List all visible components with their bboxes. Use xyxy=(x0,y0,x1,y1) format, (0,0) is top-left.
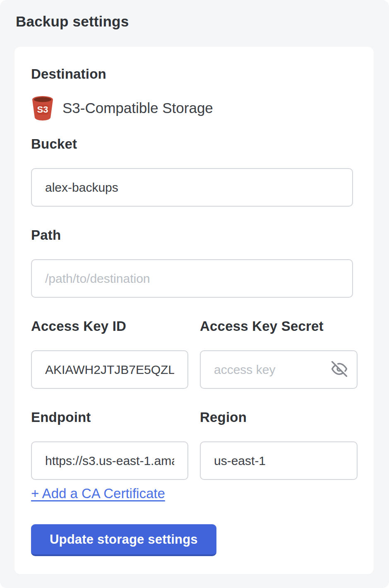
update-storage-settings-button[interactable]: Update storage settings xyxy=(31,524,216,556)
destination-row: S3 S3-Compatible Storage xyxy=(31,96,358,120)
endpoint-input[interactable] xyxy=(31,441,188,480)
toggle-secret-visibility-button[interactable] xyxy=(330,361,348,379)
ca-certificate-link-row: + Add a CA Certificate xyxy=(31,485,358,502)
destination-value: S3-Compatible Storage xyxy=(62,100,213,116)
destination-label: Destination xyxy=(31,66,358,82)
region-input[interactable] xyxy=(200,441,358,480)
endpoint-label: Endpoint xyxy=(31,409,188,426)
bucket-input[interactable] xyxy=(31,168,353,207)
bucket-label: Bucket xyxy=(31,136,358,152)
eye-off-icon xyxy=(331,361,347,378)
add-ca-certificate-link[interactable]: + Add a CA Certificate xyxy=(31,486,165,501)
access-key-id-input[interactable] xyxy=(31,350,188,389)
svg-text:S3: S3 xyxy=(37,104,48,115)
backup-settings-page: Backup settings Destination S3 S3-Compat… xyxy=(0,0,389,588)
access-key-secret-wrap xyxy=(200,350,358,389)
path-input[interactable] xyxy=(31,259,353,298)
access-key-id-label: Access Key ID xyxy=(31,318,188,335)
access-key-secret-label: Access Key Secret xyxy=(200,318,358,335)
access-key-inputs-row xyxy=(31,335,358,389)
endpoint-region-labels-row: Endpoint Region xyxy=(31,409,358,426)
path-label: Path xyxy=(31,227,358,243)
region-label: Region xyxy=(200,409,358,426)
page-title: Backup settings xyxy=(16,12,389,31)
endpoint-region-inputs-row xyxy=(31,426,358,480)
access-key-labels-row: Access Key ID Access Key Secret xyxy=(31,318,358,335)
s3-bucket-icon: S3 xyxy=(31,96,54,120)
settings-card: Destination S3 S3-Compatible Storage Buc… xyxy=(14,47,374,574)
